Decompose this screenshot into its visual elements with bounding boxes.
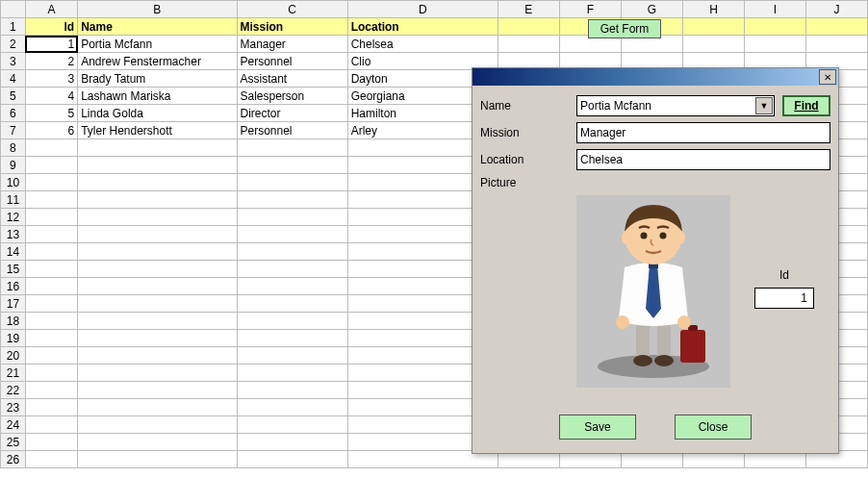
- cell[interactable]: [25, 209, 77, 226]
- cell[interactable]: Director: [237, 105, 347, 122]
- cell[interactable]: [25, 416, 77, 434]
- cell[interactable]: [25, 278, 77, 295]
- col-header[interactable]: J: [805, 1, 867, 18]
- cell[interactable]: 4: [25, 88, 77, 105]
- cell[interactable]: [25, 174, 77, 191]
- cell[interactable]: [78, 157, 237, 174]
- get-form-button[interactable]: Get Form: [588, 19, 661, 38]
- cell[interactable]: Tyler Hendershott: [78, 122, 237, 139]
- cell[interactable]: Name: [78, 18, 237, 36]
- cell[interactable]: 1: [25, 36, 77, 53]
- cell[interactable]: [237, 451, 347, 468]
- cell[interactable]: Andrew Fenstermacher: [78, 53, 237, 70]
- row-header[interactable]: 1: [1, 18, 26, 36]
- col-header[interactable]: F: [559, 1, 621, 18]
- cell[interactable]: [25, 191, 77, 209]
- cell[interactable]: 3: [25, 70, 77, 88]
- save-button[interactable]: Save: [559, 415, 636, 440]
- cell[interactable]: 5: [25, 105, 77, 122]
- cell[interactable]: Assistant: [237, 70, 347, 88]
- cell[interactable]: Portia Mcfann: [78, 36, 237, 53]
- cell[interactable]: [78, 347, 237, 365]
- cell[interactable]: [682, 36, 744, 53]
- cell[interactable]: [682, 18, 744, 36]
- cell[interactable]: 6: [25, 122, 77, 139]
- cell[interactable]: [237, 278, 347, 295]
- cell[interactable]: [25, 261, 77, 278]
- cell[interactable]: 2: [25, 53, 77, 70]
- cell[interactable]: Brady Tatum: [78, 70, 237, 88]
- cell[interactable]: [78, 399, 237, 416]
- cell[interactable]: [805, 18, 867, 36]
- cell[interactable]: [237, 226, 347, 243]
- col-header[interactable]: E: [498, 1, 559, 18]
- cell[interactable]: Manager: [237, 36, 347, 53]
- cell[interactable]: [237, 434, 347, 451]
- cell[interactable]: [25, 313, 77, 330]
- cell[interactable]: [25, 243, 77, 261]
- cell[interactable]: [25, 451, 77, 468]
- cell[interactable]: [78, 451, 237, 468]
- cell[interactable]: [25, 295, 77, 313]
- dialog-titlebar[interactable]: ✕: [472, 68, 838, 86]
- cell[interactable]: [805, 36, 867, 53]
- row-header[interactable]: 19: [1, 330, 26, 347]
- cell[interactable]: [237, 174, 347, 191]
- cell[interactable]: [78, 243, 237, 261]
- row-header[interactable]: 21: [1, 365, 26, 382]
- row-header[interactable]: 25: [1, 434, 26, 451]
- mission-input[interactable]: Manager: [576, 122, 830, 143]
- row-header[interactable]: 9: [1, 157, 26, 174]
- row-header[interactable]: 14: [1, 243, 26, 261]
- cell[interactable]: Mission: [237, 18, 347, 36]
- cell[interactable]: Lashawn Mariska: [78, 88, 237, 105]
- cell[interactable]: [25, 434, 77, 451]
- row-header[interactable]: 20: [1, 347, 26, 365]
- row-header[interactable]: 24: [1, 416, 26, 434]
- cell[interactable]: Location: [347, 18, 498, 36]
- cell[interactable]: [237, 139, 347, 157]
- row-header[interactable]: 13: [1, 226, 26, 243]
- cell[interactable]: [237, 313, 347, 330]
- cell[interactable]: [25, 365, 77, 382]
- row-header[interactable]: 7: [1, 122, 26, 139]
- cell[interactable]: Linda Golda: [78, 105, 237, 122]
- row-header[interactable]: 12: [1, 209, 26, 226]
- row-header[interactable]: 4: [1, 70, 26, 88]
- cell[interactable]: [78, 365, 237, 382]
- cell[interactable]: Chelsea: [347, 36, 498, 53]
- row-header[interactable]: 26: [1, 451, 26, 468]
- cell[interactable]: [745, 18, 806, 36]
- row-header[interactable]: 17: [1, 295, 26, 313]
- row-header[interactable]: 15: [1, 261, 26, 278]
- row-header[interactable]: 22: [1, 382, 26, 399]
- cell[interactable]: [25, 330, 77, 347]
- cell[interactable]: [25, 139, 77, 157]
- cell[interactable]: [78, 313, 237, 330]
- cell[interactable]: [78, 191, 237, 209]
- cell[interactable]: Personnel: [237, 122, 347, 139]
- cell[interactable]: [745, 36, 806, 53]
- row-header[interactable]: 23: [1, 399, 26, 416]
- cell[interactable]: Id: [25, 18, 77, 36]
- cell[interactable]: Personnel: [237, 53, 347, 70]
- id-input[interactable]: 1: [754, 288, 814, 309]
- cell[interactable]: [78, 209, 237, 226]
- cell[interactable]: [78, 382, 237, 399]
- cell[interactable]: [78, 330, 237, 347]
- col-header[interactable]: B: [78, 1, 237, 18]
- dialog-close-x[interactable]: ✕: [819, 69, 836, 85]
- chevron-down-icon[interactable]: ▼: [755, 97, 773, 114]
- find-button[interactable]: Find: [782, 95, 830, 116]
- cell[interactable]: [25, 157, 77, 174]
- col-header[interactable]: C: [237, 1, 347, 18]
- cell[interactable]: [78, 278, 237, 295]
- location-input[interactable]: Chelsea: [576, 149, 830, 170]
- cell[interactable]: [237, 295, 347, 313]
- col-header[interactable]: I: [745, 1, 806, 18]
- cell[interactable]: [25, 399, 77, 416]
- cell[interactable]: [237, 157, 347, 174]
- row-header[interactable]: 8: [1, 139, 26, 157]
- col-header[interactable]: D: [347, 1, 498, 18]
- cell[interactable]: [237, 330, 347, 347]
